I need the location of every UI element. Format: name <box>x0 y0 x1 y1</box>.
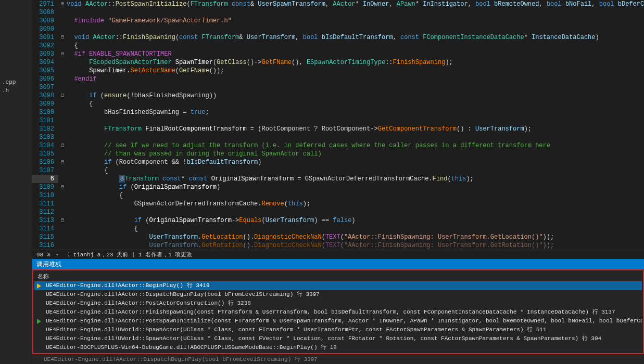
panel-title: 调用堆栈 <box>36 260 61 269</box>
line-number: 3116 <box>32 241 58 250</box>
fold-toggle <box>58 58 67 67</box>
fold-toggle <box>58 125 67 133</box>
fold-toggle <box>58 166 67 175</box>
code-line[interactable]: 3114 { <box>32 225 644 233</box>
callstack-panel: 名称 UE4Editor-Engine.dll!AActor::BeginPla… <box>32 269 644 354</box>
code-line[interactable]: 3095 SpawnTimer.SetActorName(GetFName())… <box>32 67 644 75</box>
callstack-row[interactable]: UE4Editor-BOCPLUSPLUS-Win64-DebugGame.dl… <box>34 343 642 352</box>
line-number: 3099 <box>32 100 58 108</box>
callstack-frame-text: UE4Editor-Engine.dll!AActor::DispatchBeg… <box>46 291 320 297</box>
code-content: FTransform FinalRootComponentTransform =… <box>67 125 644 133</box>
code-content: if (RootComponent && !bIsDefaultTransfor… <box>67 158 644 166</box>
callstack-extra-row[interactable]: UE4Editor-Engine.dll!AActor::DispatchBeg… <box>32 354 644 364</box>
code-line[interactable]: 6 8Transform const* const OriginalSpawnT… <box>32 175 644 183</box>
line-number: 3096 <box>32 75 58 83</box>
code-line[interactable]: 3110 { <box>32 191 644 200</box>
line-number: 3110 <box>32 191 58 200</box>
callstack-row[interactable]: UE4Editor-Engine.dll!AActor::FinishSpawn… <box>34 308 642 317</box>
code-content: GSpawnActorDeferredTransformCache.Remove… <box>67 200 644 208</box>
sidebar-file[interactable]: .h <box>0 86 32 95</box>
code-content: SpawnTimer.SetActorName(GetFName()); <box>67 67 644 75</box>
line-number: 3109 <box>32 183 58 191</box>
line-number: 3107 <box>32 166 58 175</box>
fold-toggle[interactable]: ⊟ <box>58 50 67 58</box>
fold-toggle <box>58 100 67 108</box>
code-line[interactable]: 3105 // than was passed in during the or… <box>32 150 644 158</box>
callstack-row[interactable]: UE4Editor-Engine.dll!AActor::BeginPlay()… <box>34 281 642 290</box>
fold-toggle <box>58 133 67 141</box>
code-line[interactable]: 3113⊟ if (OriginalSpawnTransform->Equals… <box>32 216 644 225</box>
code-line[interactable]: 3088 <box>32 8 644 17</box>
code-line[interactable]: 3097 <box>32 83 644 92</box>
code-line[interactable]: 3107 { <box>32 166 644 175</box>
code-line[interactable]: 3092 { <box>32 42 644 50</box>
sidebar-file[interactable]: .cpp <box>0 78 32 86</box>
fold-toggle[interactable]: ⊟ <box>58 216 67 225</box>
fold-toggle <box>58 67 67 75</box>
code-content: { <box>67 191 644 200</box>
code-line[interactable]: 3091⊟ void AActor::FinishSpawning(const … <box>32 33 644 42</box>
fold-toggle <box>58 42 67 50</box>
callstack-row[interactable]: UE4Editor-Engine.dll!AActor::DispatchBeg… <box>34 290 642 299</box>
fold-toggle <box>58 75 67 83</box>
code-content: { <box>67 225 644 233</box>
line-number: 3091 <box>32 33 58 42</box>
code-line[interactable]: 3096 #endif <box>32 75 644 83</box>
file-sidebar: .cpp .h <box>0 0 32 364</box>
main-area: 2971⊞void AActor::PostSpawnInitialize(FT… <box>32 0 644 364</box>
code-line[interactable]: 2971⊞void AActor::PostSpawnInitialize(FT… <box>32 0 644 8</box>
code-content: #endif <box>67 75 644 83</box>
fold-toggle <box>58 225 67 233</box>
code-line[interactable]: 3089 #include "GameFramework/SpawnActorT… <box>32 17 644 25</box>
code-line[interactable]: 3111 GSpawnActorDeferredTransformCache.R… <box>32 200 644 208</box>
code-line[interactable]: 3094 FScopedSpawnActorTimer SpawnTimer(G… <box>32 58 644 67</box>
code-content <box>67 83 644 92</box>
line-number: 3103 <box>32 133 58 141</box>
code-line[interactable]: 3093⊟ #if ENABLE_SPAWNACTORTIMER <box>32 50 644 58</box>
code-line[interactable]: 3099 { <box>32 100 644 108</box>
fold-toggle <box>58 8 67 17</box>
callstack-frame-text: UE4Editor-Engine.dll!AActor::FinishSpawn… <box>46 309 615 315</box>
code-line[interactable]: 3102 FTransform FinalRootComponentTransf… <box>32 125 644 133</box>
fold-toggle[interactable]: ⊞ <box>58 0 67 8</box>
line-number: 3115 <box>32 233 58 241</box>
callstack-panel-header[interactable]: 调用堆栈 <box>32 259 644 269</box>
callstack-row[interactable]: UE4Editor-Engine.dll!AActor::PostActorCo… <box>34 299 642 308</box>
fold-toggle[interactable]: ⊟ <box>58 141 67 150</box>
code-content <box>67 8 644 17</box>
code-line[interactable]: 3104⊟ // see if we need to adjust the tr… <box>32 141 644 150</box>
zoom-level[interactable]: 98 % <box>36 252 50 258</box>
line-number: 3113 <box>32 216 58 225</box>
line-number: 3111 <box>32 200 58 208</box>
code-editor[interactable]: 2971⊞void AActor::PostSpawnInitialize(FT… <box>32 0 644 250</box>
fold-toggle[interactable]: ⊟ <box>58 183 67 191</box>
line-number: 3088 <box>32 8 58 17</box>
fold-toggle <box>58 208 67 216</box>
code-content: UserTransform.GetRotation().DiagnosticCh… <box>67 241 644 250</box>
code-line[interactable]: 3090 <box>32 25 644 33</box>
callstack-row[interactable]: UE4Editor-Engine.dll!UWorld::SpawnActor(… <box>34 326 642 334</box>
code-content: // see if we need to adjust the transfor… <box>67 141 644 150</box>
fold-toggle[interactable]: ⊟ <box>58 92 67 100</box>
code-line[interactable]: 3101 <box>32 116 644 125</box>
code-line[interactable]: 3100 bHasFinishedSpawning = true; <box>32 108 644 116</box>
code-content: // than was passed in during the origina… <box>67 150 644 158</box>
fold-toggle[interactable]: ⊟ <box>58 158 67 166</box>
callstack-frame-text: UE4Editor-Engine.dll!AActor::BeginPlay()… <box>46 282 210 289</box>
code-line[interactable]: 3112 <box>32 208 644 216</box>
code-content: UserTransform.GetLocation().DiagnosticCh… <box>67 233 644 241</box>
fold-toggle[interactable]: ⊟ <box>58 33 67 42</box>
code-line[interactable]: 3109⊟ if (OriginalSpawnTransform) <box>32 183 644 191</box>
callstack-row[interactable]: UE4Editor-Engine.dll!UWorld::SpawnActor(… <box>34 334 642 343</box>
line-number: 3089 <box>32 17 58 25</box>
code-line[interactable]: 3098⊟ if (ensure(!bHasFinishedSpawning)) <box>32 92 644 100</box>
fold-toggle <box>58 200 67 208</box>
code-line[interactable]: 3103 <box>32 133 644 141</box>
code-line[interactable]: 3116 UserTransform.GetRotation().Diagnos… <box>32 241 644 250</box>
code-line[interactable]: 3106⊟ if (RootComponent && !bIsDefaultTr… <box>32 158 644 166</box>
callstack-frame-text: UE4Editor-Engine.dll!UWorld::SpawnActor(… <box>46 335 601 342</box>
code-line[interactable]: 3115 UserTransform.GetLocation().Diagnos… <box>32 233 644 241</box>
line-number: 3112 <box>32 208 58 216</box>
callstack-frame-text: UE4Editor-Engine.dll!UWorld::SpawnActor(… <box>46 327 547 333</box>
callstack-row[interactable]: UE4Editor-Engine.dll!AActor::PostSpawnIn… <box>34 317 642 326</box>
